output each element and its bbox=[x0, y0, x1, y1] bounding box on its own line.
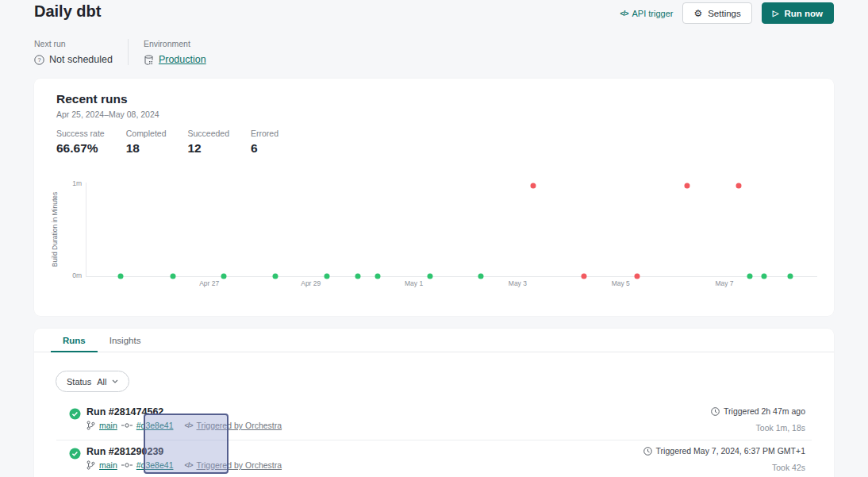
stat-success-rate: Success rate 66.67% bbox=[56, 129, 105, 156]
run-dot-error[interactable] bbox=[736, 183, 742, 188]
trigger-source-link[interactable]: </> Triggered by Orchestra bbox=[184, 460, 282, 470]
git-commit-icon bbox=[121, 422, 133, 429]
next-run-block: Next run ? Not scheduled bbox=[34, 39, 113, 65]
run-dot-error[interactable] bbox=[582, 274, 587, 279]
status-filter-label: Status bbox=[67, 377, 91, 387]
run-dot-success[interactable] bbox=[118, 274, 124, 279]
run-dot-success[interactable] bbox=[170, 274, 175, 279]
runs-card: Runs Insights Status All Run #281474562 bbox=[34, 329, 834, 477]
meta-divider bbox=[128, 39, 129, 65]
recent-runs-card: Recent runs Apr 25, 2024–May 08, 2024 Su… bbox=[34, 79, 834, 316]
branch-link[interactable]: main bbox=[99, 421, 117, 430]
git-commit-icon bbox=[121, 462, 133, 468]
help-circle-icon: ? bbox=[34, 55, 44, 65]
stat-errored: Errored 6 bbox=[251, 129, 285, 156]
run-triggered-time: Triggered May 7, 2024, 6:37 PM GMT+1 bbox=[656, 446, 805, 456]
run-dot-success[interactable] bbox=[427, 274, 432, 279]
stat-completed: Completed 18 bbox=[126, 129, 167, 156]
status-filter-value: All bbox=[97, 377, 106, 387]
y-axis-label: Build Duration in Minutes bbox=[51, 192, 59, 267]
run-duration-chart-plot: Build Duration in Minutes 1m 0m Apr 27Ap… bbox=[86, 183, 817, 277]
success-check-icon bbox=[69, 408, 81, 430]
gear-icon: ⚙ bbox=[693, 9, 702, 18]
environment-label: Environment bbox=[144, 39, 206, 48]
tab-bar: Runs Insights bbox=[34, 329, 834, 352]
x-axis-tick: May 7 bbox=[715, 279, 733, 287]
run-dot-success[interactable] bbox=[355, 274, 360, 279]
run-dot-success[interactable] bbox=[375, 274, 381, 279]
clock-icon bbox=[643, 447, 652, 456]
run-dot-error[interactable] bbox=[634, 274, 639, 279]
stat-succeeded: Succeeded 12 bbox=[187, 129, 229, 156]
recent-runs-date-range: Apr 25, 2024–May 08, 2024 bbox=[56, 110, 159, 119]
settings-button[interactable]: ⚙ Settings bbox=[682, 2, 751, 24]
status-filter-dropdown[interactable]: Status All bbox=[56, 371, 129, 392]
environment-link[interactable]: Production bbox=[159, 54, 206, 65]
run-dot-success[interactable] bbox=[221, 274, 227, 279]
settings-label: Settings bbox=[708, 9, 741, 18]
tab-insights[interactable]: Insights bbox=[98, 329, 153, 352]
branch-link[interactable]: main bbox=[99, 460, 117, 470]
header-actions: </> API trigger ⚙ Settings ▷ Run now bbox=[620, 2, 834, 24]
svg-text:?: ? bbox=[37, 56, 40, 63]
play-icon: ▷ bbox=[773, 10, 779, 17]
tab-runs[interactable]: Runs bbox=[51, 329, 98, 352]
y-tick-1m: 1m bbox=[72, 179, 82, 187]
chevron-down-icon bbox=[112, 379, 118, 383]
recent-runs-title: Recent runs bbox=[56, 92, 128, 106]
run-dot-success[interactable] bbox=[747, 274, 753, 279]
git-branch-icon bbox=[86, 460, 95, 470]
code-icon: </> bbox=[184, 421, 192, 429]
x-axis-tick: May 1 bbox=[405, 279, 423, 287]
x-axis-tick: May 5 bbox=[612, 279, 630, 287]
run-row[interactable]: Run #281474562 main #d3e8e41 </> Trigger… bbox=[56, 401, 812, 440]
next-run-value: Not scheduled bbox=[49, 54, 113, 65]
git-branch-icon bbox=[86, 421, 95, 430]
run-dot-error[interactable] bbox=[530, 183, 536, 188]
run-now-button[interactable]: ▷ Run now bbox=[762, 2, 834, 24]
environment-block: Environment Production bbox=[144, 39, 206, 65]
x-axis-tick: Apr 29 bbox=[301, 279, 321, 287]
run-dot-success[interactable] bbox=[787, 274, 793, 279]
code-icon: </> bbox=[184, 461, 192, 469]
trigger-source-link[interactable]: </> Triggered by Orchestra bbox=[184, 421, 282, 430]
run-duration: Took 42s bbox=[643, 463, 805, 472]
success-check-icon bbox=[69, 448, 81, 470]
run-dot-success[interactable] bbox=[325, 274, 330, 279]
run-title[interactable]: Run #281290239 bbox=[86, 446, 282, 457]
commit-link[interactable]: #d3e8e41 bbox=[136, 421, 174, 430]
run-dot-success[interactable] bbox=[478, 274, 484, 279]
next-run-label: Next run bbox=[34, 39, 113, 48]
page-title: Daily dbt bbox=[34, 2, 101, 21]
run-triggered-time: Triggered 2h 47m ago bbox=[724, 406, 805, 416]
y-tick-0m: 0m bbox=[72, 271, 82, 279]
run-dot-success[interactable] bbox=[272, 274, 278, 279]
commit-link[interactable]: #d3e8e41 bbox=[136, 460, 174, 470]
run-dot-error[interactable] bbox=[685, 183, 690, 188]
api-trigger-link[interactable]: </> API trigger bbox=[620, 9, 673, 18]
code-icon: </> bbox=[620, 10, 628, 17]
run-title[interactable]: Run #281474562 bbox=[86, 406, 282, 417]
run-duration: Took 1m, 18s bbox=[711, 423, 805, 433]
x-axis-tick: Apr 27 bbox=[199, 279, 219, 287]
x-axis-tick: May 3 bbox=[509, 279, 527, 287]
database-icon bbox=[144, 55, 154, 65]
run-dot-success[interactable] bbox=[761, 274, 766, 279]
run-now-label: Run now bbox=[784, 9, 823, 18]
run-rows: Run #281474562 main #d3e8e41 </> Trigger… bbox=[56, 401, 812, 477]
page-header: Daily dbt </> API trigger ⚙ Settings ▷ R… bbox=[34, 0, 834, 73]
stats-row: Success rate 66.67% Completed 18 Succeed… bbox=[56, 129, 306, 156]
run-row[interactable]: Run #281290239 main #d3e8e41 </> Trigger… bbox=[56, 440, 812, 477]
clock-icon bbox=[711, 407, 720, 416]
job-meta: Next run ? Not scheduled Environment Pro… bbox=[34, 39, 206, 65]
api-trigger-label: API trigger bbox=[632, 9, 673, 18]
